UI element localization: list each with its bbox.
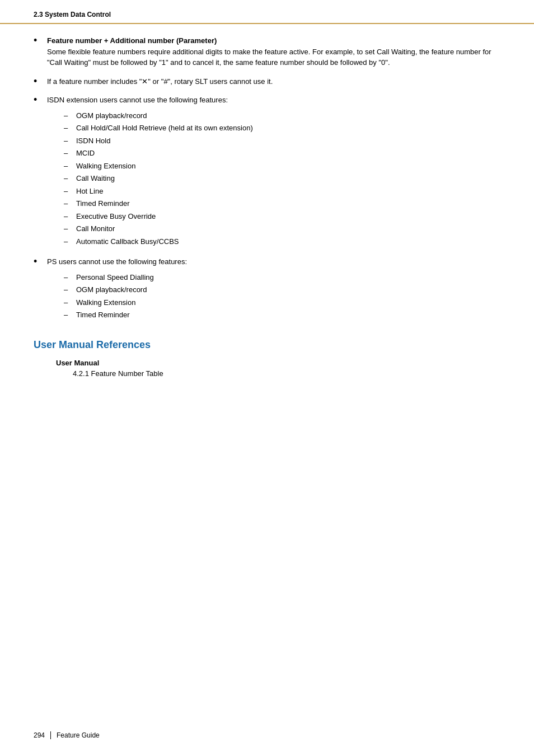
- list-item: –ISDN Hold: [64, 135, 500, 147]
- dash: –: [64, 161, 74, 172]
- dash: –: [64, 110, 74, 121]
- ref-manual-label: User Manual: [56, 359, 500, 367]
- dash: –: [64, 148, 74, 159]
- list-item: • Feature number + Additional number (Pa…: [34, 35, 500, 68]
- list-item: –OGM playback/record: [64, 110, 500, 121]
- sub-item-text: Walking Extension: [76, 161, 135, 172]
- section-label: 2.3 System Data Control: [34, 11, 111, 18]
- sub-item-text: Call Monitor: [76, 223, 115, 234]
- sub-item-text: MCID: [76, 148, 95, 159]
- list-item: –Personal Speed Dialling: [64, 272, 500, 283]
- sub-item-text: Walking Extension: [76, 297, 135, 308]
- isdn-body: ISDN extension users cannot use the foll…: [47, 96, 228, 104]
- ps-body: PS users cannot use the following featur…: [47, 257, 187, 266]
- sub-item-text: OGM playback/record: [76, 110, 147, 121]
- dash: –: [64, 211, 74, 222]
- feature-number-body: Some flexible feature numbers require ad…: [47, 48, 491, 67]
- content-area: • Feature number + Additional number (Pa…: [0, 24, 534, 400]
- list-item: –Walking Extension: [64, 161, 500, 172]
- li-content: If a feature number includes "✕" or "#",…: [47, 76, 500, 87]
- sub-item-text: Personal Speed Dialling: [76, 272, 154, 283]
- list-item: –MCID: [64, 148, 500, 159]
- sub-item-text: Call Waiting: [76, 173, 115, 184]
- sub-item-text: Timed Reminder: [76, 309, 130, 321]
- user-manual-references-title: User Manual References: [34, 339, 500, 351]
- sub-item-text: ISDN Hold: [76, 135, 110, 147]
- ref-manual-entry: 4.2.1 Feature Number Table: [73, 369, 500, 378]
- footer-divider: [50, 731, 51, 739]
- dash: –: [64, 173, 74, 184]
- dash: –: [64, 135, 74, 147]
- list-item: –Automatic Callback Busy/CCBS: [64, 236, 500, 247]
- bullet-dot: •: [34, 35, 43, 46]
- list-item: –Walking Extension: [64, 297, 500, 308]
- sub-item-text: OGM playback/record: [76, 284, 147, 295]
- page-footer: 294 Feature Guide: [34, 731, 100, 739]
- sub-item-text: Automatic Callback Busy/CCBS: [76, 236, 179, 247]
- feature-number-bold: Feature number + Additional number (Para…: [47, 36, 217, 45]
- dash: –: [64, 123, 74, 134]
- list-item: • ISDN extension users cannot use the fo…: [34, 95, 500, 248]
- bullet-dot: •: [34, 76, 43, 87]
- footer-page-number: 294: [34, 731, 45, 739]
- list-item: –Timed Reminder: [64, 198, 500, 209]
- list-item: • If a feature number includes "✕" or "#…: [34, 76, 500, 87]
- user-manual-references-section: User Manual References User Manual 4.2.1…: [34, 339, 500, 378]
- page-container: 2.3 System Data Control • Feature number…: [0, 0, 534, 756]
- li-content: ISDN extension users cannot use the foll…: [47, 95, 500, 248]
- main-bullet-list: • Feature number + Additional number (Pa…: [34, 35, 500, 322]
- list-item: –Call Waiting: [64, 173, 500, 184]
- list-item: –Executive Busy Override: [64, 211, 500, 222]
- list-item: –Timed Reminder: [64, 309, 500, 321]
- dash: –: [64, 309, 74, 321]
- list-item: –Call Hold/Call Hold Retrieve (held at i…: [64, 123, 500, 134]
- bullet-dot: •: [34, 256, 43, 267]
- dash: –: [64, 272, 74, 283]
- list-item: –Hot Line: [64, 186, 500, 197]
- list-item: –OGM playback/record: [64, 284, 500, 295]
- isdn-sub-list: –OGM playback/record –Call Hold/Call Hol…: [64, 110, 500, 247]
- li-content: PS users cannot use the following featur…: [47, 256, 500, 322]
- dash: –: [64, 284, 74, 295]
- dash: –: [64, 297, 74, 308]
- dash: –: [64, 198, 74, 209]
- sub-item-text: Timed Reminder: [76, 198, 130, 209]
- sub-item-text: Call Hold/Call Hold Retrieve (held at it…: [76, 123, 253, 134]
- dash: –: [64, 223, 74, 234]
- section-header: 2.3 System Data Control: [0, 0, 534, 24]
- sub-item-text: Hot Line: [76, 186, 103, 197]
- sub-item-text: Executive Busy Override: [76, 211, 156, 222]
- footer-guide-label: Feature Guide: [57, 731, 100, 739]
- list-item: –Call Monitor: [64, 223, 500, 234]
- dash: –: [64, 186, 74, 197]
- list-item: • PS users cannot use the following feat…: [34, 256, 500, 322]
- ps-sub-list: –Personal Speed Dialling –OGM playback/r…: [64, 272, 500, 321]
- li-content: Feature number + Additional number (Para…: [47, 35, 500, 68]
- feature-includes-body: If a feature number includes "✕" or "#",…: [47, 77, 273, 86]
- bullet-dot: •: [34, 95, 43, 106]
- dash: –: [64, 236, 74, 247]
